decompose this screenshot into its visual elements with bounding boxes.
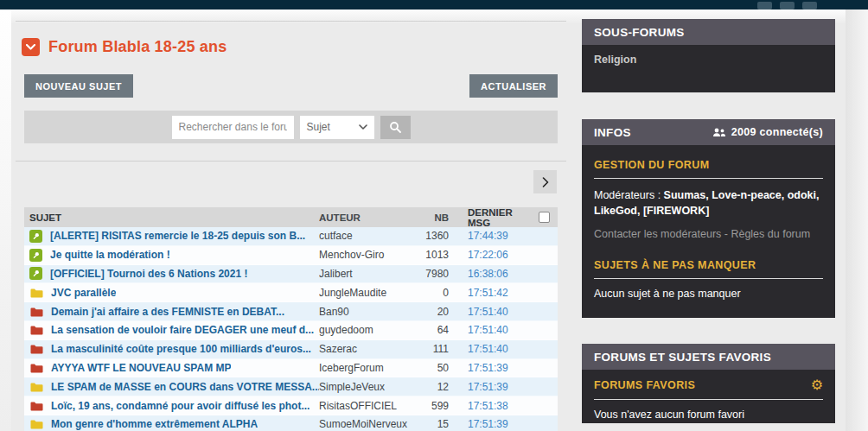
topic-reply-count: 1360	[416, 230, 456, 242]
chevron-down-icon[interactable]	[22, 38, 40, 56]
topic-author: IcebergForum	[319, 362, 416, 374]
folder-icon	[29, 343, 43, 355]
divider	[594, 278, 823, 279]
folder-icon	[29, 400, 43, 412]
folder-icon	[29, 418, 43, 430]
folder-icon	[29, 381, 43, 393]
topic-title-link[interactable]: La sensation de vouloir faire DEGAGER un…	[51, 324, 314, 336]
table-row[interactable]: [OFFICIEL] Tournoi des 6 Nations 2021 ! …	[24, 265, 558, 284]
topic-last-msg-time[interactable]: 16:38:06	[456, 268, 530, 280]
table-row[interactable]: La sensation de vouloir faire DEGAGER un…	[24, 321, 558, 340]
pinned-topic-icon	[29, 230, 42, 243]
topic-title-link[interactable]: Loïc, 19 ans, condamné pour avoir diffus…	[51, 400, 310, 412]
sous-forums-title: SOUS-FORUMS	[594, 26, 685, 39]
table-row[interactable]: [ALERTE] RISITAS remercie le 18-25 depui…	[24, 227, 558, 246]
gear-icon[interactable]: ⚙	[811, 378, 823, 392]
table-row[interactable]: Mon genre d'homme extrêmement ALPHA Sumo…	[24, 415, 558, 431]
connected-count: 2009 connecté(s)	[712, 126, 823, 138]
topic-reply-count: 20	[416, 306, 456, 318]
topic-reply-count: 599	[416, 400, 456, 412]
topic-author: Menchov-Giro	[319, 249, 416, 261]
topic-last-msg-time[interactable]: 17:51:42	[456, 287, 530, 299]
forums-favoris-title: FORUMS FAVORIS	[594, 379, 695, 391]
topic-title-link[interactable]: [ALERTE] RISITAS remercie le 18-25 depui…	[50, 230, 305, 242]
topic-title-link[interactable]: LE SPAM de MASSE en COURS dans VOTRE MES…	[51, 381, 319, 393]
users-icon	[712, 128, 726, 137]
topic-author: cutface	[319, 230, 416, 242]
topic-author: JungleMaudite	[319, 287, 416, 299]
pinned-topic-icon	[29, 249, 42, 262]
topic-reply-count: 12	[416, 381, 456, 393]
page-title: Forum Blabla 18-25 ans	[48, 38, 227, 56]
topic-reply-count: 64	[416, 324, 456, 336]
topic-author: Sazerac	[319, 343, 416, 355]
topic-last-msg-time[interactable]: 17:51:40	[456, 306, 530, 318]
divider	[594, 178, 823, 179]
topic-reply-count: 15	[416, 418, 456, 430]
infos-title: INFOS	[594, 126, 631, 139]
cut-icon-1[interactable]	[757, 2, 772, 10]
cut-icon-3[interactable]	[802, 2, 817, 10]
topic-author: Ban90	[319, 306, 416, 318]
topic-last-msg-time[interactable]: 17:51:39	[456, 418, 530, 430]
header-count: NB	[416, 212, 456, 223]
topic-last-msg-time[interactable]: 17:51:39	[456, 362, 530, 374]
sous-forums-box: SOUS-FORUMS Religion	[582, 19, 835, 92]
topic-last-msg-time[interactable]: 17:44:39	[456, 230, 530, 242]
next-page-button[interactable]	[533, 170, 557, 193]
topic-table-header: SUJET AUTEUR NB DERNIER MSG	[24, 207, 558, 227]
topic-last-msg-time[interactable]: 17:22:06	[456, 249, 530, 261]
select-all-checkbox[interactable]	[539, 212, 550, 223]
folder-icon	[29, 324, 43, 336]
gestion-forum-title: GESTION DU FORUM	[594, 159, 823, 171]
page: Forum Blabla 18-25 ans NOUVEAU SUJET ACT…	[0, 0, 868, 431]
top-divider	[16, 21, 566, 22]
infos-box: INFOS 2009 connecté(s) GESTION DU FORUM …	[582, 119, 835, 318]
topic-last-msg-time[interactable]: 17:51:38	[456, 400, 530, 412]
folder-icon	[29, 306, 43, 318]
search-input[interactable]	[172, 116, 294, 139]
topic-title-link[interactable]: JVC parallèle	[51, 287, 116, 299]
forum-rules-link[interactable]: Règles du forum	[731, 228, 810, 240]
sidebar-item-religion[interactable]: Religion	[594, 54, 636, 66]
folder-icon	[29, 287, 43, 299]
search-button[interactable]	[380, 116, 411, 139]
refresh-button[interactable]: ACTUALISER	[469, 74, 558, 98]
topic-last-msg-time[interactable]: 17:51:39	[456, 381, 530, 393]
topic-title-link[interactable]: [OFFICIEL] Tournoi des 6 Nations 2021 !	[50, 268, 247, 280]
sujets-empty-text: Aucun sujet à ne pas manquer	[594, 288, 823, 300]
topic-last-msg-time[interactable]: 17:51:40	[456, 343, 530, 355]
table-row[interactable]: Loïc, 19 ans, condamné pour avoir diffus…	[24, 396, 558, 415]
topic-author: RisitasOFFICIEL	[319, 400, 416, 412]
table-row[interactable]: AYYYA WTF LE NOUVEAU SPAM MP IcebergForu…	[24, 359, 558, 378]
favoris-box: FORUMS ET SUJETS FAVORIS FORUMS FAVORIS …	[582, 344, 835, 423]
cut-icon-2[interactable]	[780, 2, 795, 10]
topic-title-link[interactable]: Demain j'ai affaire a des FEMNISTE en DE…	[51, 306, 284, 318]
search-filter-value: Sujet	[307, 121, 330, 133]
topic-title-link[interactable]: AYYYA WTF LE NOUVEAU SPAM MP	[51, 362, 231, 374]
favoris-title: FORUMS ET SUJETS FAVORIS	[594, 351, 771, 364]
folder-icon	[29, 362, 43, 374]
sujets-a-ne-pas-manquer-title: SUJETS À NE PAS MANQUER	[594, 259, 823, 271]
table-row[interactable]: LE SPAM de MASSE en COURS dans VOTRE MES…	[24, 377, 558, 396]
table-row[interactable]: JVC parallèle JungleMaudite 0 17:51:42	[24, 283, 558, 302]
topic-title-link[interactable]: La masculinité coûte presque 100 milliar…	[51, 343, 311, 355]
header-author: AUTEUR	[319, 212, 416, 223]
moderators-text: Modérateurs : Suumas, Love-n-peace, odok…	[594, 187, 823, 219]
new-topic-button[interactable]: NOUVEAU SUJET	[24, 74, 133, 98]
topic-table-body: [ALERTE] RISITAS remercie le 18-25 depui…	[24, 227, 558, 431]
topic-title-link[interactable]: Mon genre d'homme extrêmement ALPHA	[51, 418, 258, 430]
favoris-empty-text: Vous n'avez aucun forum favori	[594, 409, 823, 421]
table-row[interactable]: Demain j'ai affaire a des FEMNISTE en DE…	[24, 302, 558, 321]
topic-last-msg-time[interactable]: 17:51:40	[456, 324, 530, 336]
topic-title-link[interactable]: Je quitte la modération !	[50, 249, 170, 261]
topic-reply-count: 0	[416, 287, 456, 299]
table-row[interactable]: La masculinité coûte presque 100 milliar…	[24, 340, 558, 359]
table-row[interactable]: Je quitte la modération ! Menchov-Giro 1…	[24, 246, 558, 265]
topic-table: SUJET AUTEUR NB DERNIER MSG [ALERTE] RIS…	[24, 207, 558, 431]
contact-moderators-link[interactable]: Contacter les modérateurs	[594, 228, 721, 240]
search-filter-select[interactable]: Sujet	[300, 116, 374, 139]
chevron-right-icon	[542, 177, 549, 187]
topic-author: guydedoom	[319, 324, 416, 336]
topic-author: SumoeMoiNerveux	[319, 418, 416, 430]
